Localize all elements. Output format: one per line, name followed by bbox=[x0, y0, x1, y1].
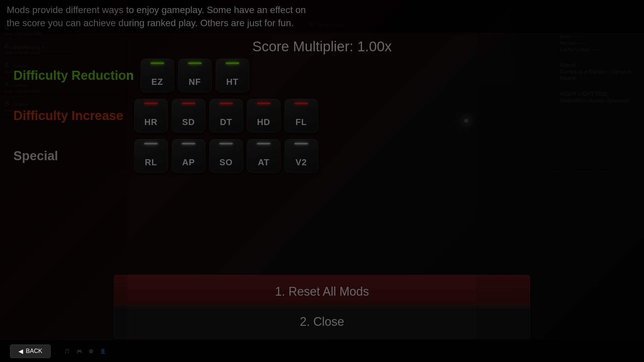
bottom-bar: ◀ BACK 🎵 🎮 ⚙ 👤 bbox=[0, 340, 644, 362]
back-button[interactable]: ◀ BACK bbox=[10, 345, 51, 358]
back-arrow-icon: ◀ bbox=[18, 348, 23, 355]
modal-overlay bbox=[0, 0, 644, 362]
back-btn-label: BACK bbox=[26, 348, 42, 355]
bottom-mod-icons: 🎵 🎮 ⚙ 👤 bbox=[64, 349, 106, 354]
